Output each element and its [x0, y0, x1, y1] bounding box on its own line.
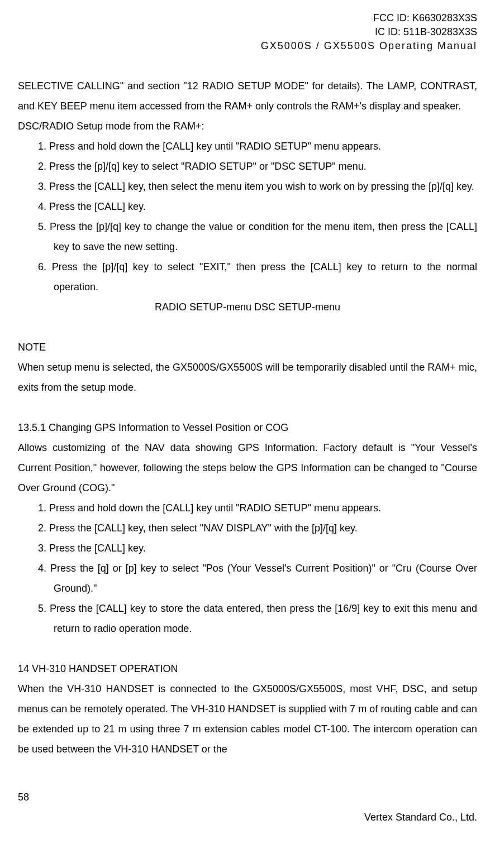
section-14-heading: 14 VH-310 HANDSET OPERATION	[18, 659, 477, 679]
list-item: 6. Press the [p]/[q] key to select "EXIT…	[38, 257, 477, 297]
page-number: 58	[18, 792, 29, 803]
note-heading: NOTE	[18, 337, 477, 357]
fcc-id-line: FCC ID: K6630283X3S	[18, 11, 477, 25]
setup-steps-list-1: 1. Press and hold down the [CALL] key un…	[18, 136, 477, 297]
list-item: 2. Press the [p]/[q] key to select "RADI…	[38, 156, 477, 176]
list-item: 3. Press the [CALL] key.	[38, 538, 477, 558]
ic-id-line: IC ID: 511B-30283X3S	[18, 25, 477, 39]
setup-steps-list-2: 1. Press and hold down the [CALL] key un…	[18, 498, 477, 639]
list-item: 1. Press and hold down the [CALL] key un…	[38, 136, 477, 156]
note-text: When setup menu is selected, the GX5000S…	[18, 357, 477, 397]
list-item: 5. Press the [CALL] key to store the dat…	[38, 598, 477, 639]
list-item: 4. Press the [CALL] key.	[38, 196, 477, 217]
menu-labels-row: RADIO SETUP-menu DSC SETUP-menu	[18, 297, 477, 317]
page-footer: 58 Vertex Standard Co., Ltd.	[18, 787, 477, 827]
list-item: 4. Press the [q] or [p] key to select "P…	[38, 558, 477, 598]
section-13-5-1-heading: 13.5.1 Changing GPS Information to Vesse…	[18, 418, 477, 438]
section-13-5-1-paragraph: Allows customizing of the NAV data showi…	[18, 438, 477, 498]
list-item: 2. Press the [CALL] key, then select "NA…	[38, 518, 477, 538]
section-14-paragraph: When the VH-310 HANDSET is connected to …	[18, 679, 477, 759]
list-item: 5. Press the [p]/[q] key to change the v…	[38, 217, 477, 257]
list-item: 1. Press and hold down the [CALL] key un…	[38, 498, 477, 518]
list-item: 3. Press the [CALL] key, then select the…	[38, 176, 477, 196]
manual-title: GX5000S / GX5500S Operating Manual	[18, 39, 477, 53]
intro-paragraph-1: SELECTIVE CALLING" and section "12 RADIO…	[18, 76, 477, 116]
page-header: FCC ID: K6630283X3S IC ID: 511B-30283X3S…	[18, 11, 477, 54]
company-name: Vertex Standard Co., Ltd.	[18, 807, 477, 827]
intro-paragraph-2: DSC/RADIO Setup mode from the RAM+:	[18, 116, 477, 136]
